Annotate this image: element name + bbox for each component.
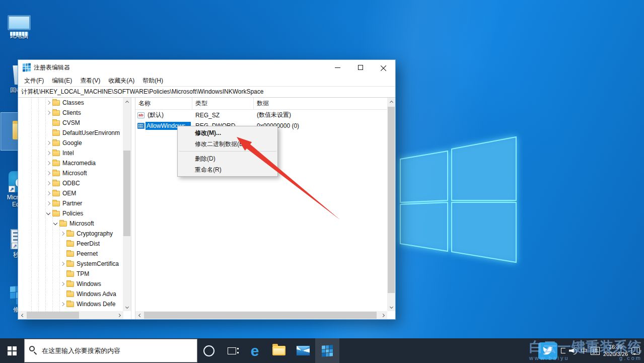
chevron-right-icon[interactable]	[44, 141, 52, 144]
tree-item[interactable]: TPM	[18, 269, 123, 279]
file-explorer-icon	[272, 346, 285, 355]
scroll-up-icon[interactable]	[123, 98, 131, 106]
folder-icon	[52, 110, 60, 116]
scroll-left-icon[interactable]	[18, 311, 26, 319]
ime-mode-indicator[interactable]: 拼	[591, 347, 600, 355]
minimize-button[interactable]	[326, 60, 349, 75]
tree-item[interactable]: Peernet	[18, 249, 123, 259]
cortana-button[interactable]	[197, 338, 221, 363]
tree-item[interactable]: Windows Adva	[18, 289, 123, 299]
chevron-right-icon[interactable]	[44, 152, 52, 155]
search-input[interactable]	[24, 339, 197, 362]
menu-separator	[179, 151, 276, 152]
tree-vertical-scrollbar[interactable]	[123, 98, 131, 311]
taskbar-explorer-button[interactable]	[267, 338, 291, 363]
chevron-down-icon[interactable]	[51, 223, 59, 225]
tree-item[interactable]: PeerDist	[18, 239, 123, 249]
scroll-down-icon[interactable]	[387, 303, 395, 311]
tree-item[interactable]: DefaultUserEnvironm	[18, 128, 123, 138]
chevron-right-icon[interactable]	[44, 101, 52, 104]
tree-item[interactable]: CVSM	[18, 118, 123, 128]
scrollbar-thumb[interactable]	[123, 151, 130, 236]
folder-icon	[66, 302, 74, 307]
folder-icon	[66, 241, 74, 247]
chevron-down-icon[interactable]	[44, 213, 52, 214]
menu-favorites[interactable]: 收藏夹(A)	[104, 77, 138, 85]
context-menu-modify-binary[interactable]: 修改二进制数据(B)...	[178, 138, 277, 150]
menu-file[interactable]: 文件(F)	[20, 77, 48, 85]
chevron-right-icon[interactable]	[58, 232, 66, 235]
chevron-right-icon[interactable]	[44, 192, 52, 195]
tree-item[interactable]: ODBC	[18, 178, 123, 188]
ime-language-indicator[interactable]: 中	[581, 346, 587, 355]
tree-item[interactable]: Intel	[18, 148, 123, 158]
taskbar-edge-button[interactable]: e	[243, 338, 267, 363]
menu-help[interactable]: 帮助(H)	[138, 77, 167, 85]
taskbar-mail-button[interactable]	[291, 338, 315, 363]
tree-item[interactable]: Cryptography	[18, 229, 123, 239]
tree-item[interactable]: Classes	[18, 98, 123, 108]
context-menu-modify[interactable]: 修改(M)...	[178, 127, 277, 138]
values-vertical-scrollbar[interactable]	[387, 98, 395, 311]
taskbar-search[interactable]	[24, 339, 197, 362]
scroll-right-icon[interactable]	[379, 311, 387, 319]
column-type[interactable]: 类型	[192, 98, 254, 109]
registry-tree-pane: Classes Clients CVSM DefaultUserEnvironm…	[18, 98, 131, 319]
column-name[interactable]: 名称	[135, 98, 192, 109]
tree-item[interactable]: Macromedia	[18, 158, 123, 168]
menu-view[interactable]: 查看(V)	[76, 77, 104, 85]
action-center-icon[interactable]	[631, 347, 640, 354]
tree-item[interactable]: Windows Defe	[18, 299, 123, 309]
scrollbar-thumb[interactable]	[27, 312, 79, 319]
chevron-right-icon[interactable]	[44, 182, 52, 185]
column-data[interactable]: 数据	[254, 98, 395, 109]
tree-item[interactable]: Microsoft	[18, 219, 123, 229]
tree-item[interactable]: Policies	[18, 208, 123, 219]
address-bar[interactable]: 计算机\HKEY_LOCAL_MACHINE\SOFTWARE\Policies…	[18, 86, 395, 98]
tree-item[interactable]: Windows	[18, 279, 123, 289]
chevron-right-icon[interactable]	[44, 111, 52, 114]
values-horizontal-scrollbar[interactable]	[135, 311, 387, 319]
context-menu-delete[interactable]: 删除(D)	[178, 153, 277, 164]
clock-date: 2020/3/26	[603, 351, 628, 358]
tree-item[interactable]: Partner	[18, 198, 123, 208]
tree-item[interactable]: Clients	[18, 108, 123, 118]
scroll-down-icon[interactable]	[123, 303, 131, 311]
pane-splitter[interactable]	[131, 98, 135, 319]
taskbar-clock[interactable]: 16:39 2020/3/26	[603, 344, 628, 358]
task-view-button[interactable]	[221, 338, 243, 363]
context-menu-rename[interactable]: 重命名(R)	[178, 164, 277, 175]
menu-edit[interactable]: 编辑(E)	[48, 77, 76, 85]
tree-item[interactable]: OEM	[18, 188, 123, 198]
chevron-right-icon[interactable]	[58, 303, 66, 306]
tree-item[interactable]: Microsoft	[18, 168, 123, 178]
tree-horizontal-scrollbar[interactable]	[18, 311, 123, 319]
maximize-button[interactable]	[349, 60, 372, 75]
desktop-icon-this-pc[interactable]: 此电脑	[0, 4, 38, 40]
chevron-right-icon[interactable]	[58, 282, 66, 285]
shortcut-arrow-icon: ↗	[9, 186, 15, 192]
hidden-icons-chevron[interactable]	[561, 348, 565, 353]
chevron-right-icon[interactable]	[44, 162, 52, 165]
scroll-right-icon[interactable]	[115, 311, 123, 319]
tree-item[interactable]: Google	[18, 138, 123, 148]
tree-item[interactable]: SystemCertifica	[18, 259, 123, 269]
close-button[interactable]	[372, 60, 395, 75]
start-button[interactable]	[0, 338, 24, 363]
folder-icon	[52, 140, 60, 146]
twitter-tray-button[interactable]	[538, 342, 557, 359]
chevron-right-icon[interactable]	[44, 172, 52, 175]
registry-value-row[interactable]: ab(默认) REG_SZ (数值未设置)	[135, 110, 395, 120]
chevron-right-icon[interactable]	[44, 202, 52, 205]
folder-icon	[66, 271, 74, 277]
chevron-right-icon[interactable]	[58, 262, 66, 265]
volume-icon[interactable]	[569, 347, 577, 354]
scroll-up-icon[interactable]	[387, 98, 395, 106]
scrollbar-thumb[interactable]	[144, 312, 377, 319]
title-bar[interactable]: 注册表编辑器	[18, 60, 395, 75]
folder-icon	[59, 221, 67, 227]
taskbar-regedit-button[interactable]	[315, 338, 339, 363]
twitter-bird-icon	[542, 346, 553, 355]
scroll-left-icon[interactable]	[135, 311, 144, 319]
scrollbar-thumb[interactable]	[388, 107, 395, 293]
